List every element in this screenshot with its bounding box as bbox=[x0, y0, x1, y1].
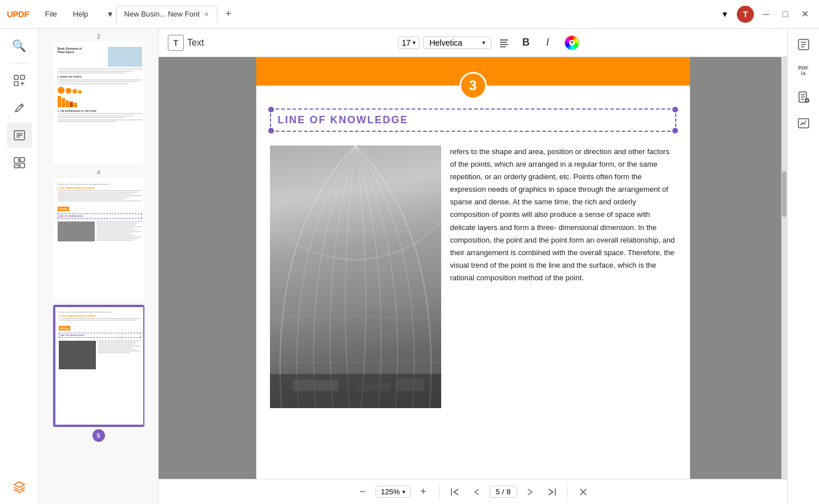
scrollbar-track[interactable] bbox=[781, 57, 787, 479]
svg-rect-8 bbox=[20, 158, 25, 162]
right-sidebar: PDF/A bbox=[787, 29, 819, 504]
tab-area: ▾ New Busin... New Font × + bbox=[104, 6, 713, 23]
page-body: LINE OF KNOWLEDGE bbox=[256, 86, 690, 408]
first-page-button[interactable] bbox=[446, 483, 463, 501]
tab-more-button[interactable]: ▾ bbox=[717, 7, 732, 22]
page-orange-header: 3 bbox=[256, 57, 690, 86]
main-tab[interactable]: New Busin... New Font × bbox=[116, 6, 217, 23]
thumbnail-page-5: Points use three technical and symmetric… bbox=[39, 305, 158, 442]
svg-rect-1 bbox=[21, 75, 25, 79]
svg-rect-0 bbox=[14, 75, 18, 79]
nav-divider bbox=[567, 485, 568, 499]
page-4-number: 4 bbox=[96, 169, 100, 176]
next-page-button[interactable] bbox=[522, 483, 539, 501]
color-picker-button[interactable]: ▾ bbox=[560, 31, 584, 55]
color-picker-container: ▾ bbox=[560, 31, 584, 55]
scan-icon[interactable] bbox=[7, 68, 32, 93]
zoom-in-button[interactable]: + bbox=[415, 483, 432, 501]
tab-dropdown[interactable]: ▾ bbox=[104, 6, 116, 23]
svg-rect-7 bbox=[14, 158, 19, 163]
pdf-a-icon[interactable]: PDF/A bbox=[792, 59, 815, 82]
thumbnail-page-4: 4 Points use three technical and symmetr… bbox=[39, 169, 158, 300]
text-tool-icon: T bbox=[168, 35, 184, 51]
redact-icon[interactable] bbox=[792, 86, 815, 108]
thumbnail-5-image[interactable]: Points use three technical and symmetric… bbox=[53, 305, 144, 427]
line-of-knowledge-box: LINE OF KNOWLEDGE bbox=[270, 108, 676, 132]
page-number-circle: 3 bbox=[459, 72, 487, 99]
minimize-button[interactable]: ─ bbox=[759, 7, 773, 22]
bottom-bar: − 125% ▾ + 5 / 8 bbox=[159, 479, 787, 504]
svg-rect-22 bbox=[293, 380, 338, 391]
layers-icon[interactable] bbox=[7, 474, 32, 499]
text-label: Text bbox=[187, 38, 204, 48]
tab-label: New Busin... New Font bbox=[124, 10, 200, 18]
page-two-column: refers to the shape and area, position o… bbox=[270, 146, 676, 408]
left-sidebar: 🔍 bbox=[0, 29, 39, 504]
top-toolbar: T Text 17 ▾ Helvetica ▾ bbox=[159, 29, 787, 57]
page-text-column: refers to the shape and area, position o… bbox=[450, 146, 676, 408]
align-button[interactable] bbox=[495, 34, 513, 52]
font-size-value: 17 bbox=[402, 38, 411, 47]
zoom-arrow: ▾ bbox=[402, 489, 405, 495]
content-area: T Text 17 ▾ Helvetica ▾ bbox=[159, 29, 787, 504]
thumbnail-4-image[interactable]: Points use three technical and symmetric… bbox=[53, 178, 144, 300]
pdf-page-content: 3 LINE OF KNOWLEDGE bbox=[256, 57, 690, 479]
prev-page-button[interactable] bbox=[468, 483, 485, 501]
zoom-out-button[interactable]: − bbox=[354, 483, 371, 501]
zoom-display[interactable]: 125% ▾ bbox=[376, 486, 410, 498]
close-button[interactable]: ✕ bbox=[797, 7, 812, 22]
toolbar-center: 17 ▾ Helvetica ▾ B I bbox=[398, 31, 584, 55]
svg-rect-2 bbox=[14, 82, 18, 86]
architectural-photo bbox=[270, 146, 441, 408]
organize-icon[interactable] bbox=[7, 150, 32, 175]
page-body-text: refers to the shape and area, position o… bbox=[450, 146, 676, 284]
lok-dot-tl bbox=[268, 107, 274, 112]
properties-icon[interactable] bbox=[792, 33, 815, 56]
zoom-divider bbox=[439, 485, 439, 499]
new-tab-button[interactable]: + bbox=[221, 7, 236, 22]
page-5-badge: 5 bbox=[92, 429, 105, 442]
italic-button[interactable]: I bbox=[538, 34, 556, 52]
svg-rect-24 bbox=[396, 378, 424, 391]
close-nav-button[interactable] bbox=[575, 483, 592, 501]
toolbar-left: T Text bbox=[168, 35, 204, 51]
menu-help[interactable]: Help bbox=[66, 7, 95, 21]
edit-icon[interactable] bbox=[7, 123, 32, 148]
font-name-selector[interactable]: Helvetica ▾ bbox=[423, 37, 491, 49]
page-indicator: 5 / 8 bbox=[490, 486, 517, 498]
font-size-arrow: ▾ bbox=[413, 39, 415, 46]
annotate-icon[interactable] bbox=[7, 95, 32, 120]
current-page: 5 bbox=[496, 487, 500, 496]
restore-button[interactable]: □ bbox=[778, 7, 793, 22]
signature-icon[interactable] bbox=[792, 112, 815, 135]
font-size-selector[interactable]: 17 ▾ bbox=[398, 37, 420, 49]
lok-dot-br bbox=[672, 128, 678, 134]
svg-rect-23 bbox=[356, 382, 390, 391]
zoom-level-value: 125% bbox=[381, 487, 400, 496]
font-name-value: Helvetica bbox=[429, 38, 462, 47]
font-name-arrow: ▾ bbox=[482, 39, 485, 46]
titlebar: UPDF File Help ▾ New Busin... New Font ×… bbox=[0, 0, 819, 29]
sidebar-divider-1 bbox=[9, 63, 30, 63]
main-area: 🔍 bbox=[0, 29, 819, 504]
lok-dot-bl bbox=[268, 128, 274, 134]
svg-rect-10 bbox=[14, 165, 19, 168]
scrollbar-thumb[interactable] bbox=[782, 171, 786, 217]
thumbnail-3-image[interactable]: Basic Elements ofPlane Space 1. KNOW THE… bbox=[53, 42, 144, 164]
search-icon[interactable]: 🔍 bbox=[7, 33, 32, 58]
last-page-button[interactable] bbox=[543, 483, 560, 501]
total-pages: 8 bbox=[506, 487, 510, 496]
user-avatar[interactable]: T bbox=[737, 6, 754, 23]
bold-button[interactable]: B bbox=[517, 34, 535, 52]
menu-bar: File Help bbox=[38, 7, 95, 21]
lok-dot-tr bbox=[672, 107, 678, 112]
titlebar-right: ▾ T ─ □ ✕ bbox=[717, 6, 812, 23]
page-3-number: 3 bbox=[96, 33, 100, 40]
updf-logo: UPDF bbox=[7, 9, 29, 19]
text-tool-label: T Text bbox=[168, 35, 204, 51]
tab-close-button[interactable]: × bbox=[204, 10, 209, 19]
thumbnail-panel: 3 Basic Elements ofPlane Space 1. KNOW T… bbox=[39, 29, 159, 504]
line-of-knowledge-text: LINE OF KNOWLEDGE bbox=[278, 114, 409, 126]
menu-file[interactable]: File bbox=[38, 7, 64, 21]
svg-point-20 bbox=[270, 146, 441, 260]
